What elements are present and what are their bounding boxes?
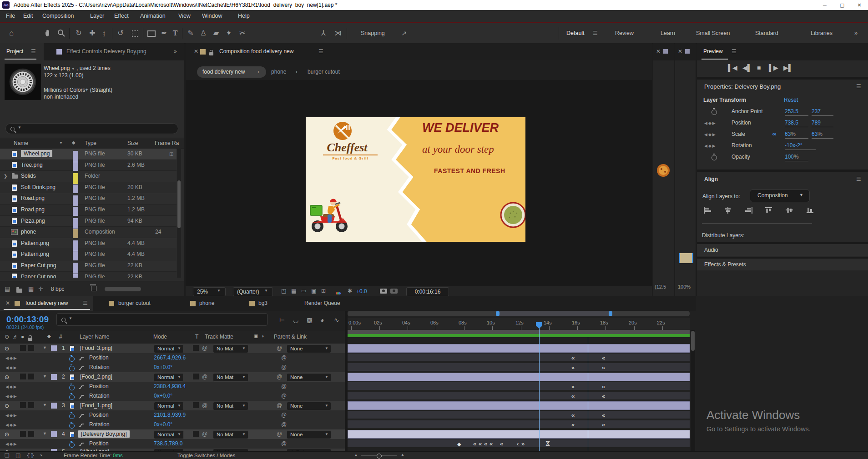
layer-row[interactable]: ⊙ ▼ 1 [Food_3.png] Normal▼ @ No Mat▼ @ N…	[0, 344, 345, 354]
label-swatch[interactable]	[51, 403, 57, 409]
pickwhip-icon[interactable]: @	[281, 393, 287, 399]
project-row[interactable]: phone Composition 24	[0, 227, 177, 238]
eye-icon[interactable]: ⊙	[5, 345, 9, 352]
track-matte-dropdown[interactable]: No Mat▼	[213, 373, 248, 382]
stopwatch-icon[interactable]	[69, 442, 75, 448]
property-name[interactable]: Rotation	[89, 421, 110, 428]
pickwhip-icon[interactable]: @	[281, 354, 287, 361]
interpret-footage-icon[interactable]: ▤	[5, 285, 10, 292]
switch-cell[interactable]	[20, 431, 26, 437]
file-name[interactable]: Road.png	[21, 205, 45, 215]
matte-alpha-icon[interactable]: ▣	[254, 334, 258, 339]
snapshot-icon[interactable]	[380, 289, 387, 295]
keyframe-icon[interactable]: «	[602, 394, 605, 399]
property-row[interactable]: ◀◆▶ Position 2380.4,930.4 @	[0, 382, 345, 392]
timeline-scrollbar[interactable]	[691, 330, 695, 451]
switch-cell[interactable]	[20, 345, 26, 351]
property-row[interactable]: ◀◆▶ Position 2667.4,929.6 @	[0, 353, 345, 363]
tab-project[interactable]: Project ☰	[0, 43, 44, 60]
menu-file[interactable]: File	[6, 10, 15, 22]
footage-name[interactable]: Wheel.png	[44, 65, 70, 71]
breadcrumb-parent[interactable]: phone	[271, 69, 286, 75]
keyframe-navigator[interactable]: ◀◆▶	[5, 423, 18, 427]
pickwhip-icon[interactable]: @	[281, 383, 287, 389]
rotation-tool-icon[interactable]: ↺	[115, 23, 126, 43]
comp-mini-thumbnail[interactable]	[679, 253, 693, 263]
pan-behind-tool-icon[interactable]	[129, 23, 141, 43]
keyframe-icon[interactable]: «	[571, 423, 575, 427]
motion-blur-icon[interactable]: ◕	[320, 316, 324, 324]
expand-transfer-controls-icon[interactable]: ◫	[15, 452, 20, 459]
parent-pickwhip-icon[interactable]: @	[277, 374, 282, 380]
keyframe-icon[interactable]: «	[571, 384, 575, 389]
scrollbar-thumb[interactable]	[691, 331, 695, 351]
project-row[interactable]: ❯ Solids Folder	[0, 171, 177, 182]
layer-duration-bar[interactable]	[348, 344, 690, 353]
keyframe-hold-icon[interactable]: ⋈	[545, 441, 550, 447]
anchor-y-value[interactable]: 237	[812, 108, 833, 116]
chevron-down-icon[interactable]: ▼	[71, 67, 75, 71]
lock-icon[interactable]	[209, 52, 213, 55]
expand-inout-panes-icon[interactable]: ⦃⦄	[26, 452, 35, 459]
stopwatch-icon[interactable]	[69, 423, 75, 429]
parent-pickwhip-icon[interactable]: @	[277, 345, 282, 351]
channel-icon[interactable]	[336, 289, 341, 296]
menu-layer[interactable]: Layer	[90, 10, 104, 22]
t-switch-cell[interactable]	[193, 431, 199, 437]
scale-x-value[interactable]: 63	[785, 131, 791, 137]
workspace-learn[interactable]: Learn	[661, 23, 675, 43]
property-row[interactable]: ◀◆▶ Rotation 0x+0.0° @	[0, 420, 345, 430]
layer-row[interactable]: ⊙ ▼ 2 [Food_2.png] Normal▼ @ No Mat▼ @ N…	[0, 372, 345, 382]
file-name[interactable]: Tree.png	[21, 160, 43, 171]
align-bottom-button[interactable]	[807, 207, 815, 215]
property-value[interactable]: 0x+0.0°	[154, 364, 172, 370]
label-swatch[interactable]	[51, 431, 57, 437]
chevron-down-icon[interactable]: ▼	[43, 431, 47, 436]
panel-menu-icon[interactable]: ☰	[856, 176, 861, 182]
pickwhip-icon[interactable]: @	[281, 364, 287, 370]
column-parent-link[interactable]: Parent & Link	[274, 334, 307, 340]
switch-cell[interactable]	[20, 374, 26, 379]
exposure-icon[interactable]: ✱	[348, 288, 352, 294]
pickwhip-icon[interactable]: @	[202, 345, 207, 351]
pen-tool-icon[interactable]: ✒	[158, 23, 170, 43]
tab-overflow-icon[interactable]: »	[174, 48, 177, 55]
resolution-dropdown[interactable]: (Quarter) ▼	[233, 287, 273, 296]
graph-icon[interactable]	[78, 413, 84, 419]
graph-icon[interactable]	[78, 356, 84, 362]
zoom-tool-icon[interactable]	[56, 23, 67, 43]
stopwatch-icon[interactable]	[69, 385, 75, 390]
pickwhip-icon[interactable]: @	[202, 374, 207, 380]
property-row[interactable]: ◀◆▶ Position 2101.8,939.9 @	[0, 410, 345, 420]
switch-cell[interactable]	[28, 402, 34, 408]
keyframe-icon[interactable]: «	[602, 365, 605, 370]
label-column-icon[interactable]: ◆	[72, 140, 76, 145]
work-area-start-handle[interactable]	[496, 311, 500, 316]
keyframe-icon[interactable]: «	[490, 442, 493, 446]
close-tab-icon[interactable]: ✕	[656, 48, 661, 55]
position-y-value[interactable]: 789	[812, 120, 833, 127]
layer-row[interactable]: ⊙ ▼ 3 [Food_1.png] Normal▼ @ No Mat▼ @ N…	[0, 401, 345, 411]
switch-cell[interactable]	[28, 345, 34, 351]
menu-window[interactable]: Window	[202, 10, 222, 22]
node-tool-icon[interactable]: ⅄	[318, 23, 329, 43]
track-matte-dropdown[interactable]: No Mat▼	[213, 430, 248, 439]
file-name[interactable]: Paper Cut.png	[21, 260, 56, 271]
property-value[interactable]: 738.5,789.0	[154, 440, 182, 447]
puppet-pin-tool-icon[interactable]: ✦	[223, 23, 235, 43]
property-name[interactable]: Rotation	[89, 364, 110, 370]
render-queue-tab[interactable]: Render Queue	[304, 300, 340, 306]
text-tool-icon[interactable]: T	[170, 23, 180, 43]
pan-camera-tool-icon[interactable]: ✚	[86, 23, 98, 43]
time-navigator[interactable]	[348, 311, 690, 316]
mode-dropdown[interactable]: Normal▼	[154, 344, 184, 353]
link-icon[interactable]: ∞	[772, 131, 777, 137]
graph-editor-icon[interactable]: ∿	[334, 316, 339, 324]
mode-dropdown[interactable]: Normal▼	[154, 373, 184, 382]
close-tab-icon[interactable]: ✕	[678, 48, 682, 55]
eye-icon[interactable]: ⊙	[5, 403, 9, 409]
timeline-tab[interactable]: phone	[199, 300, 214, 306]
label-swatch[interactable]	[73, 274, 78, 278]
parent-dropdown[interactable]: None▼	[287, 373, 331, 382]
stop-button[interactable]: ■	[757, 64, 761, 71]
